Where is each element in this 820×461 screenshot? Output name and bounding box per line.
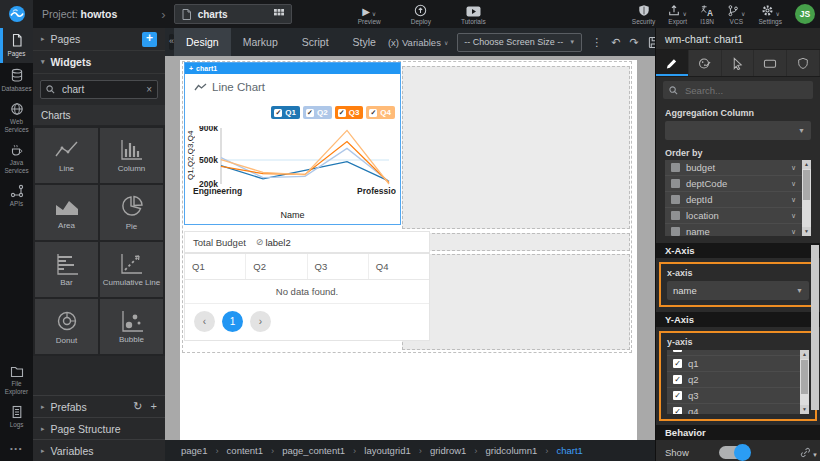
breadcrumb-item[interactable]: gridrow1 bbox=[430, 445, 486, 456]
table-caption-row[interactable]: Total Budget ⊘label2 bbox=[184, 231, 430, 253]
checkbox-unchecked[interactable] bbox=[671, 227, 680, 236]
rail-item-pages[interactable]: Pages bbox=[0, 28, 33, 63]
widget-tile-bar[interactable]: Bar bbox=[35, 242, 98, 297]
current-page-button[interactable]: 1 bbox=[222, 311, 243, 332]
empty-grid-row[interactable] bbox=[402, 233, 630, 251]
checkbox-unchecked[interactable] bbox=[671, 211, 680, 220]
chevron-down-icon[interactable]: ∨ bbox=[791, 164, 796, 172]
order-by-row[interactable]: name∨ bbox=[665, 224, 802, 236]
checkbox-checked[interactable]: ✓ bbox=[673, 407, 682, 414]
variables-accordion[interactable]: ▸ Variables bbox=[33, 439, 165, 461]
settings-button[interactable]: ∨ Settings bbox=[759, 4, 783, 25]
breadcrumb-item[interactable]: gridcolumn1 bbox=[486, 445, 557, 456]
y-axis-row[interactable]: ✓q3 bbox=[667, 388, 800, 404]
tutorials-button[interactable]: Tutorials bbox=[461, 4, 486, 25]
rail-item-web-services[interactable]: Web Services bbox=[0, 97, 33, 138]
page-canvas[interactable]: + chart1 Line Chart ✓Q1✓Q2✓Q3✓Q4 Q1,Q2,Q… bbox=[180, 60, 637, 440]
order-by-row[interactable]: location∨ bbox=[665, 208, 802, 224]
rail-item-logs[interactable]: Logs bbox=[0, 400, 33, 434]
security-button[interactable]: Security bbox=[632, 4, 655, 25]
add-prefab-icon[interactable]: + bbox=[151, 401, 157, 412]
column-header[interactable]: Q2 bbox=[246, 254, 307, 279]
column-header[interactable]: Q3 bbox=[308, 254, 369, 279]
more-options-icon[interactable]: ••• bbox=[0, 434, 33, 461]
prev-page-button[interactable]: ‹ bbox=[194, 311, 215, 332]
redo-icon[interactable]: ↷ bbox=[630, 36, 639, 48]
kebab-menu-icon[interactable]: ⋮ bbox=[591, 36, 602, 48]
preview-button[interactable]: ▶∨ Preview bbox=[358, 4, 381, 25]
legend-chip-q3[interactable]: ✓Q3 bbox=[335, 106, 364, 119]
clear-search-icon[interactable]: × bbox=[146, 85, 152, 95]
list-scrollbar[interactable]: ▲▼ bbox=[800, 350, 809, 414]
tab-properties[interactable] bbox=[656, 50, 689, 76]
vcs-button[interactable]: ∨ VCS bbox=[727, 4, 745, 25]
empty-grid-cell[interactable] bbox=[402, 66, 630, 229]
order-by-row[interactable]: deptCode∨ bbox=[665, 176, 802, 192]
chevron-down-icon[interactable]: ∨ bbox=[791, 196, 796, 204]
tab-devices[interactable] bbox=[754, 50, 787, 76]
label2-widget[interactable]: ⊘label2 bbox=[256, 237, 291, 248]
data-table[interactable]: Q1 Q2 Q3 Q4 No data found. ‹ 1 › bbox=[184, 253, 430, 341]
breadcrumb-item[interactable]: layoutgrid1 bbox=[364, 445, 430, 456]
checkbox-unchecked[interactable] bbox=[671, 179, 680, 188]
rail-item-java-services[interactable]: Java Services bbox=[0, 138, 33, 179]
widget-tile-pie[interactable]: Pie bbox=[100, 185, 163, 240]
widget-tile-area[interactable]: Area bbox=[35, 185, 98, 240]
legend-chip-q1[interactable]: ✓Q1 bbox=[271, 106, 300, 119]
page-tab-charts[interactable]: charts bbox=[174, 4, 292, 24]
scroll-down-icon[interactable]: ▼ bbox=[802, 227, 811, 236]
checkbox-checked[interactable]: ✓ bbox=[673, 359, 682, 368]
order-by-row[interactable]: budget∨ bbox=[665, 160, 802, 176]
chevron-down-icon[interactable]: ∨ bbox=[791, 180, 796, 188]
chart1-widget[interactable]: + chart1 Line Chart ✓Q1✓Q2✓Q3✓Q4 Q1,Q2,Q… bbox=[184, 62, 401, 225]
widget-tile-donut[interactable]: Donut bbox=[35, 299, 98, 354]
breadcrumb-item[interactable]: content1 bbox=[227, 445, 283, 456]
tab-styles[interactable] bbox=[689, 50, 722, 76]
rail-item-apis[interactable]: APIs bbox=[0, 179, 33, 213]
show-toggle[interactable] bbox=[719, 446, 749, 459]
wavemaker-logo[interactable] bbox=[0, 0, 33, 28]
tab-style[interactable]: Style bbox=[341, 28, 388, 56]
checkbox-checked[interactable]: ✓ bbox=[673, 391, 682, 400]
x-axis-select[interactable]: name▼ bbox=[667, 281, 809, 300]
bind-link-icon[interactable] bbox=[800, 447, 811, 458]
undo-icon[interactable]: ↶ bbox=[611, 36, 620, 48]
prefabs-accordion[interactable]: ▸ Prefabs ↻+ bbox=[33, 395, 165, 417]
design-canvas[interactable]: + chart1 Line Chart ✓Q1✓Q2✓Q3✓Q4 Q1,Q2,Q… bbox=[165, 56, 655, 440]
tab-script[interactable]: Script bbox=[290, 28, 341, 56]
refresh-icon[interactable]: ↻ bbox=[133, 401, 142, 412]
checkbox-checked[interactable]: ✓ bbox=[673, 350, 682, 352]
widget-tile-column[interactable]: Column bbox=[100, 128, 163, 183]
order-by-row[interactable]: deptId∨ bbox=[665, 192, 802, 208]
legend-chip-q4[interactable]: ✓Q4 bbox=[366, 106, 395, 119]
export-button[interactable]: ∨ Export bbox=[668, 4, 687, 25]
tab-design[interactable]: Design bbox=[174, 28, 231, 56]
breadcrumb-item[interactable]: page_content1 bbox=[282, 445, 364, 456]
legend-chip-q2[interactable]: ✓Q2 bbox=[303, 106, 332, 119]
variables-button[interactable]: (x)Variables∨ bbox=[388, 37, 448, 48]
tab-security[interactable] bbox=[787, 50, 820, 76]
scroll-up-icon[interactable]: ▲ bbox=[800, 350, 809, 359]
empty-grid-cell[interactable] bbox=[402, 254, 630, 350]
y-axis-row[interactable]: ✓q1 bbox=[667, 356, 800, 372]
dashboard-grid-icon[interactable] bbox=[274, 9, 284, 19]
chevron-down-icon[interactable]: ∨ bbox=[791, 228, 796, 236]
user-avatar[interactable]: JS bbox=[795, 4, 815, 24]
column-header[interactable]: Q1 bbox=[185, 254, 246, 279]
checkbox-unchecked[interactable] bbox=[671, 195, 680, 204]
widget-selection-header[interactable]: + chart1 bbox=[185, 63, 400, 74]
aggregation-column-select[interactable]: ▼ bbox=[665, 121, 811, 140]
rail-item-databases[interactable]: Databases bbox=[0, 63, 33, 98]
page-structure-accordion[interactable]: ▸ Page Structure bbox=[33, 417, 165, 439]
deploy-button[interactable]: Deploy bbox=[411, 4, 431, 25]
pages-accordion[interactable]: ▸ Pages + bbox=[33, 28, 165, 51]
breadcrumb-item[interactable]: page1 bbox=[181, 445, 227, 456]
tab-markup[interactable]: Markup bbox=[231, 28, 290, 56]
screen-size-select[interactable]: -- Choose Screen Size --▼ bbox=[457, 33, 582, 52]
list-scrollbar[interactable]: ▲▼ bbox=[802, 160, 811, 236]
y-axis-row[interactable]: ✓q4 bbox=[667, 404, 800, 414]
widget-tile-bubble[interactable]: Bubble bbox=[100, 299, 163, 354]
checkbox-unchecked[interactable] bbox=[671, 163, 680, 172]
rail-item-file-explorer[interactable]: File Explorer bbox=[0, 360, 33, 400]
tab-events[interactable] bbox=[722, 50, 755, 76]
